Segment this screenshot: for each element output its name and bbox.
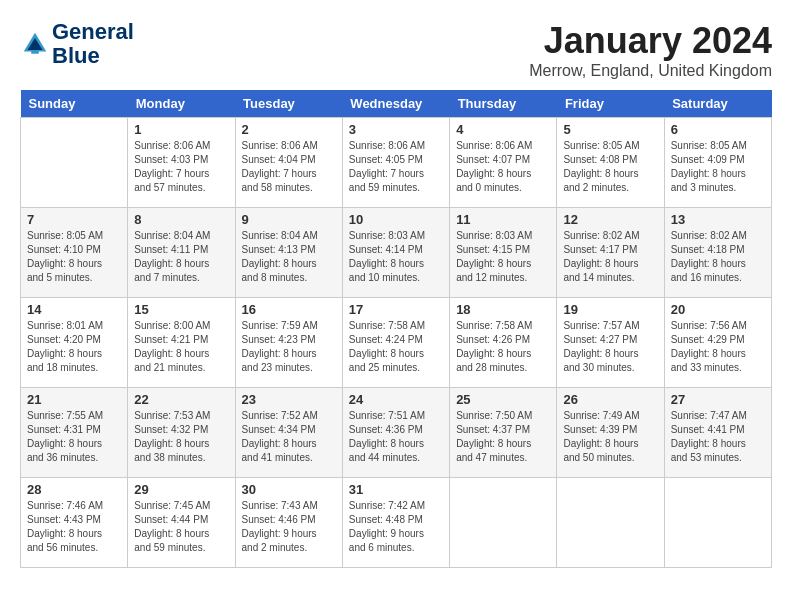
day-info: Sunrise: 8:03 AM Sunset: 4:15 PM Dayligh… (456, 229, 550, 285)
calendar-cell: 29Sunrise: 7:45 AM Sunset: 4:44 PM Dayli… (128, 478, 235, 568)
day-number: 13 (671, 212, 765, 227)
day-info: Sunrise: 8:03 AM Sunset: 4:14 PM Dayligh… (349, 229, 443, 285)
day-info: Sunrise: 7:47 AM Sunset: 4:41 PM Dayligh… (671, 409, 765, 465)
header-day-sunday: Sunday (21, 90, 128, 118)
day-info: Sunrise: 7:52 AM Sunset: 4:34 PM Dayligh… (242, 409, 336, 465)
calendar-cell: 2Sunrise: 8:06 AM Sunset: 4:04 PM Daylig… (235, 118, 342, 208)
day-info: Sunrise: 8:06 AM Sunset: 4:04 PM Dayligh… (242, 139, 336, 195)
week-row-3: 21Sunrise: 7:55 AM Sunset: 4:31 PM Dayli… (21, 388, 772, 478)
header-day-friday: Friday (557, 90, 664, 118)
day-info: Sunrise: 8:05 AM Sunset: 4:09 PM Dayligh… (671, 139, 765, 195)
day-info: Sunrise: 7:59 AM Sunset: 4:23 PM Dayligh… (242, 319, 336, 375)
calendar-cell: 20Sunrise: 7:56 AM Sunset: 4:29 PM Dayli… (664, 298, 771, 388)
calendar-cell: 11Sunrise: 8:03 AM Sunset: 4:15 PM Dayli… (450, 208, 557, 298)
header-day-thursday: Thursday (450, 90, 557, 118)
header-day-saturday: Saturday (664, 90, 771, 118)
week-row-1: 7Sunrise: 8:05 AM Sunset: 4:10 PM Daylig… (21, 208, 772, 298)
day-number: 26 (563, 392, 657, 407)
day-info: Sunrise: 8:05 AM Sunset: 4:10 PM Dayligh… (27, 229, 121, 285)
header-row: SundayMondayTuesdayWednesdayThursdayFrid… (21, 90, 772, 118)
day-number: 4 (456, 122, 550, 137)
calendar-cell: 14Sunrise: 8:01 AM Sunset: 4:20 PM Dayli… (21, 298, 128, 388)
day-number: 30 (242, 482, 336, 497)
day-info: Sunrise: 8:06 AM Sunset: 4:03 PM Dayligh… (134, 139, 228, 195)
day-info: Sunrise: 8:06 AM Sunset: 4:05 PM Dayligh… (349, 139, 443, 195)
day-info: Sunrise: 7:51 AM Sunset: 4:36 PM Dayligh… (349, 409, 443, 465)
logo-text: General Blue (52, 20, 134, 68)
calendar-cell (450, 478, 557, 568)
calendar-cell (664, 478, 771, 568)
day-number: 27 (671, 392, 765, 407)
day-number: 28 (27, 482, 121, 497)
day-number: 22 (134, 392, 228, 407)
calendar-cell: 5Sunrise: 8:05 AM Sunset: 4:08 PM Daylig… (557, 118, 664, 208)
day-info: Sunrise: 7:45 AM Sunset: 4:44 PM Dayligh… (134, 499, 228, 555)
day-info: Sunrise: 7:43 AM Sunset: 4:46 PM Dayligh… (242, 499, 336, 555)
calendar-title: January 2024 (529, 20, 772, 62)
day-number: 2 (242, 122, 336, 137)
week-row-2: 14Sunrise: 8:01 AM Sunset: 4:20 PM Dayli… (21, 298, 772, 388)
calendar-cell: 23Sunrise: 7:52 AM Sunset: 4:34 PM Dayli… (235, 388, 342, 478)
day-number: 5 (563, 122, 657, 137)
day-info: Sunrise: 7:58 AM Sunset: 4:26 PM Dayligh… (456, 319, 550, 375)
day-info: Sunrise: 7:55 AM Sunset: 4:31 PM Dayligh… (27, 409, 121, 465)
calendar-cell: 1Sunrise: 8:06 AM Sunset: 4:03 PM Daylig… (128, 118, 235, 208)
calendar-cell: 30Sunrise: 7:43 AM Sunset: 4:46 PM Dayli… (235, 478, 342, 568)
day-info: Sunrise: 7:50 AM Sunset: 4:37 PM Dayligh… (456, 409, 550, 465)
calendar-cell: 7Sunrise: 8:05 AM Sunset: 4:10 PM Daylig… (21, 208, 128, 298)
day-number: 15 (134, 302, 228, 317)
calendar-cell: 10Sunrise: 8:03 AM Sunset: 4:14 PM Dayli… (342, 208, 449, 298)
day-info: Sunrise: 8:01 AM Sunset: 4:20 PM Dayligh… (27, 319, 121, 375)
week-row-4: 28Sunrise: 7:46 AM Sunset: 4:43 PM Dayli… (21, 478, 772, 568)
calendar-cell: 13Sunrise: 8:02 AM Sunset: 4:18 PM Dayli… (664, 208, 771, 298)
day-number: 3 (349, 122, 443, 137)
day-info: Sunrise: 8:02 AM Sunset: 4:17 PM Dayligh… (563, 229, 657, 285)
calendar-cell: 31Sunrise: 7:42 AM Sunset: 4:48 PM Dayli… (342, 478, 449, 568)
logo-icon (20, 29, 50, 59)
day-number: 20 (671, 302, 765, 317)
day-number: 16 (242, 302, 336, 317)
calendar-cell: 22Sunrise: 7:53 AM Sunset: 4:32 PM Dayli… (128, 388, 235, 478)
header-day-tuesday: Tuesday (235, 90, 342, 118)
day-number: 17 (349, 302, 443, 317)
day-number: 19 (563, 302, 657, 317)
day-number: 6 (671, 122, 765, 137)
day-number: 1 (134, 122, 228, 137)
calendar-cell (557, 478, 664, 568)
day-info: Sunrise: 7:42 AM Sunset: 4:48 PM Dayligh… (349, 499, 443, 555)
day-info: Sunrise: 8:04 AM Sunset: 4:13 PM Dayligh… (242, 229, 336, 285)
day-number: 10 (349, 212, 443, 227)
calendar-body: 1Sunrise: 8:06 AM Sunset: 4:03 PM Daylig… (21, 118, 772, 568)
calendar-cell: 9Sunrise: 8:04 AM Sunset: 4:13 PM Daylig… (235, 208, 342, 298)
calendar-cell: 28Sunrise: 7:46 AM Sunset: 4:43 PM Dayli… (21, 478, 128, 568)
calendar-cell: 8Sunrise: 8:04 AM Sunset: 4:11 PM Daylig… (128, 208, 235, 298)
page-header: General Blue January 2024 Merrow, Englan… (20, 20, 772, 80)
calendar-cell: 25Sunrise: 7:50 AM Sunset: 4:37 PM Dayli… (450, 388, 557, 478)
calendar-cell: 19Sunrise: 7:57 AM Sunset: 4:27 PM Dayli… (557, 298, 664, 388)
day-info: Sunrise: 7:57 AM Sunset: 4:27 PM Dayligh… (563, 319, 657, 375)
calendar-cell: 16Sunrise: 7:59 AM Sunset: 4:23 PM Dayli… (235, 298, 342, 388)
page-container: General Blue January 2024 Merrow, Englan… (20, 20, 772, 568)
day-number: 29 (134, 482, 228, 497)
header-day-monday: Monday (128, 90, 235, 118)
day-info: Sunrise: 7:58 AM Sunset: 4:24 PM Dayligh… (349, 319, 443, 375)
day-info: Sunrise: 8:06 AM Sunset: 4:07 PM Dayligh… (456, 139, 550, 195)
day-info: Sunrise: 8:05 AM Sunset: 4:08 PM Dayligh… (563, 139, 657, 195)
day-info: Sunrise: 8:00 AM Sunset: 4:21 PM Dayligh… (134, 319, 228, 375)
svg-rect-2 (31, 50, 39, 54)
week-row-0: 1Sunrise: 8:06 AM Sunset: 4:03 PM Daylig… (21, 118, 772, 208)
calendar-cell: 3Sunrise: 8:06 AM Sunset: 4:05 PM Daylig… (342, 118, 449, 208)
day-number: 12 (563, 212, 657, 227)
day-number: 8 (134, 212, 228, 227)
title-block: January 2024 Merrow, England, United Kin… (529, 20, 772, 80)
calendar-cell: 24Sunrise: 7:51 AM Sunset: 4:36 PM Dayli… (342, 388, 449, 478)
calendar-cell: 4Sunrise: 8:06 AM Sunset: 4:07 PM Daylig… (450, 118, 557, 208)
day-number: 23 (242, 392, 336, 407)
day-number: 11 (456, 212, 550, 227)
calendar-cell: 26Sunrise: 7:49 AM Sunset: 4:39 PM Dayli… (557, 388, 664, 478)
calendar-cell (21, 118, 128, 208)
day-number: 24 (349, 392, 443, 407)
day-info: Sunrise: 7:46 AM Sunset: 4:43 PM Dayligh… (27, 499, 121, 555)
day-info: Sunrise: 7:49 AM Sunset: 4:39 PM Dayligh… (563, 409, 657, 465)
day-number: 25 (456, 392, 550, 407)
